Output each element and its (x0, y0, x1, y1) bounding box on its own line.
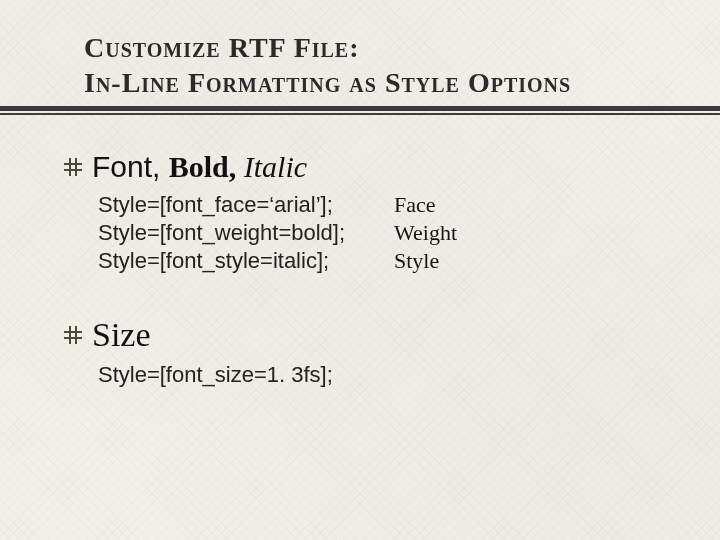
heading-seg-bold: Bold, (169, 150, 244, 183)
heading-font-bold-italic: Font, Bold, Italic (92, 150, 307, 184)
bullet-size: Size (64, 316, 680, 354)
style-label-style: Style (394, 248, 680, 274)
style-label-weight: Weight (394, 220, 680, 246)
heading-seg-italic: Italic (244, 150, 307, 183)
style-code-style: Style=[font_style=italic]; (98, 248, 388, 274)
slide-title: Customize RTF File: In-Line Formatting a… (84, 30, 680, 100)
style-code-size: Style=[font_size=1. 3fs]; (98, 362, 680, 388)
heading-size: Size (92, 316, 151, 354)
heading-seg-font: Font, (92, 150, 169, 183)
title-line-1: Customize RTF File: (84, 30, 680, 65)
hash-bullet-icon (64, 158, 82, 176)
content-area: Font, Bold, Italic Style=[font_face=‘ari… (64, 150, 680, 388)
bullet-font-bold-italic: Font, Bold, Italic (64, 150, 680, 184)
style-code-weight: Style=[font_weight=bold]; (98, 220, 388, 246)
title-line-2: In-Line Formatting as Style Options (84, 65, 680, 100)
title-underline (0, 106, 720, 116)
font-style-examples: Style=[font_face=‘arial’]; Face Style=[f… (98, 192, 680, 274)
style-code-face: Style=[font_face=‘arial’]; (98, 192, 388, 218)
style-label-face: Face (394, 192, 680, 218)
hash-bullet-icon (64, 326, 82, 344)
